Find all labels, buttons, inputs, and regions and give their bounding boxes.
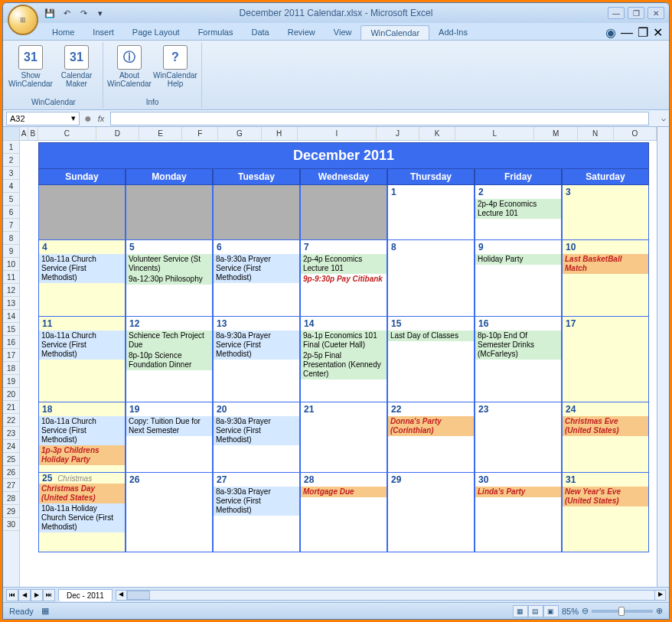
doc-close-icon[interactable]: ✕ (653, 25, 663, 40)
row-header[interactable]: 15 (3, 323, 19, 336)
calendar-cell[interactable] (213, 185, 300, 240)
calendar-cell[interactable]: 25 Christmas Christmas Day (United State… (38, 473, 126, 552)
row-header[interactable]: 13 (3, 297, 19, 310)
calendar-event[interactable]: 8a-9:30a Prayer Service (First Methodist… (214, 254, 299, 283)
calendar-event[interactable]: Copy: Tuition Due for Next Semester (126, 416, 212, 436)
row-header[interactable]: 6 (3, 206, 19, 219)
row-header[interactable]: 19 (3, 375, 19, 388)
column-header[interactable]: D (96, 127, 139, 140)
tab-view[interactable]: View (325, 25, 361, 40)
calendar-event[interactable]: 8a-9:30a Prayer Service (First Methodist… (214, 331, 299, 360)
calendar-event[interactable]: Donna's Party (Corinthian) (388, 416, 474, 436)
calendar-event[interactable]: 8p-10p End Of Semester Drinks (McFarleys… (475, 331, 561, 360)
row-header[interactable]: 23 (3, 427, 19, 440)
row-header[interactable]: 12 (3, 284, 19, 297)
tab-review[interactable]: Review (279, 25, 325, 40)
calendar-cell[interactable] (38, 185, 126, 240)
calendar-event[interactable]: 10a-11a Church Service (First Methodist) (39, 254, 125, 283)
fx-icon[interactable]: fx (98, 114, 105, 123)
normal-view-icon[interactable]: ▦ (513, 605, 528, 617)
calendar-event[interactable]: Holiday Party (475, 254, 561, 265)
calendar-event[interactable]: 9a-1p Economics 101 Final (Cueter Hall) (301, 331, 387, 350)
calendar-cell[interactable] (300, 185, 387, 240)
sheet-nav-next-icon[interactable]: ▶ (31, 589, 43, 601)
calendar-event[interactable]: 2p-5p Final Presentation (Kennedy Center… (301, 350, 387, 379)
column-header[interactable]: A (20, 127, 28, 140)
calendar-event[interactable]: Volunteer Service (St Vincents) (126, 254, 212, 274)
name-box-dropdown-icon[interactable]: ▾ (71, 113, 76, 123)
calendar-cell[interactable]: 28Mortgage Due (300, 473, 387, 552)
row-header[interactable]: 17 (3, 349, 19, 362)
calendar-event[interactable]: Christmas Eve (United States) (563, 416, 648, 436)
row-header[interactable]: 11 (3, 271, 19, 284)
calendar-cell[interactable] (126, 185, 213, 240)
horizontal-scrollbar[interactable]: ◀ ▶ (116, 590, 666, 601)
doc-restore-icon[interactable]: ❐ (638, 25, 648, 40)
calendar-cell[interactable]: 1810a-11a Church Service (First Methodis… (38, 402, 126, 473)
row-header[interactable]: 24 (3, 440, 19, 453)
tab-page-layout[interactable]: Page Layout (123, 25, 189, 40)
calendar-cell[interactable]: 10Last BasketBall Match (562, 240, 649, 317)
calendar-event[interactable]: Last BasketBall Match (563, 254, 648, 274)
column-header[interactable]: O (614, 127, 657, 140)
row-header[interactable]: 10 (3, 258, 19, 271)
tab-insert[interactable]: Insert (83, 25, 123, 40)
calendar-cell[interactable]: 72p-4p Economics Lecture 1019p-9:30p Pay… (300, 240, 387, 317)
undo-icon[interactable]: ↶ (60, 6, 73, 20)
row-header[interactable]: 20 (3, 388, 19, 401)
column-header[interactable]: L (455, 127, 534, 140)
calendar-event[interactable]: Linda's Party (475, 487, 561, 497)
calendar-event[interactable]: 8a-9:30a Prayer Service (First Methodist… (214, 487, 299, 516)
calendar-event[interactable]: Schience Tech Project Due (126, 331, 212, 350)
calendar-cell[interactable]: 29 (387, 473, 475, 552)
row-header[interactable]: 26 (3, 466, 19, 479)
maximize-button[interactable]: ❐ (628, 7, 644, 19)
calendar-cell[interactable]: 410a-11a Church Service (First Methodist… (38, 240, 126, 317)
calendar-cell[interactable]: 9Holiday Party (475, 240, 562, 317)
calendar-event[interactable]: 9p-9:30p Pay Citibank (301, 274, 387, 285)
row-header[interactable]: 14 (3, 310, 19, 323)
calendar-cell[interactable]: 278a-9:30a Prayer Service (First Methodi… (213, 473, 300, 552)
calendar-cell[interactable]: 22 Donna's Party (Corinthian) (387, 402, 475, 473)
column-header[interactable]: B (28, 127, 38, 140)
name-box[interactable]: A32 ▾ (6, 112, 80, 125)
tab-data[interactable]: Data (242, 25, 278, 40)
calendar-cell[interactable]: 5Volunteer Service (St Vincents)9a-12:30… (126, 240, 213, 317)
calendar-cell[interactable]: 8 (387, 240, 475, 317)
row-header[interactable]: 21 (3, 401, 19, 414)
calendar-cell[interactable]: 21 (300, 402, 387, 473)
row-header[interactable]: 18 (3, 362, 19, 375)
calendar-cell[interactable]: 22p-4p Economics Lecture 101 (475, 185, 562, 240)
sheet-tab[interactable]: Dec - 2011 (58, 589, 113, 601)
save-icon[interactable]: 💾 (43, 6, 57, 20)
calendar-cell[interactable]: 1 (387, 185, 475, 240)
calendar-cell[interactable]: 1110a-11a Church Service (First Methodis… (38, 317, 126, 402)
zoom-level[interactable]: 85% (562, 607, 579, 616)
help-icon[interactable]: ◉ (605, 25, 616, 40)
column-header[interactable]: E (139, 127, 182, 140)
calendar-cell[interactable]: 26 (126, 473, 213, 552)
row-header[interactable]: 7 (3, 219, 19, 232)
column-header[interactable]: C (38, 127, 96, 140)
calendar-cell[interactable]: 208a-9:30a Prayer Service (First Methodi… (213, 402, 300, 473)
sheet-nav-first-icon[interactable]: ⏮ (6, 589, 18, 601)
expand-formula-icon[interactable]: ⌵ (661, 114, 666, 122)
column-header[interactable]: F (182, 127, 218, 140)
ribbon-btn-wincalendar-help[interactable]: ?WinCalendar Help (154, 44, 197, 90)
zoom-in-icon[interactable]: ⊕ (656, 606, 663, 616)
row-header[interactable]: 8 (3, 232, 19, 245)
tab-add-ins[interactable]: Add-Ins (429, 25, 477, 40)
tab-formulas[interactable]: Formulas (189, 25, 243, 40)
calendar-cell[interactable]: 149a-1p Economics 101 Final (Cueter Hall… (300, 317, 387, 402)
grid-cells[interactable]: December 2011 SundayMondayTuesdayWednesd… (20, 141, 657, 587)
column-header[interactable]: M (534, 127, 577, 140)
page-layout-view-icon[interactable]: ▤ (528, 605, 543, 617)
column-header[interactable]: I (298, 127, 377, 140)
row-header[interactable]: 27 (3, 479, 19, 492)
redo-icon[interactable]: ↷ (77, 6, 90, 20)
sheet-nav-prev-icon[interactable]: ◀ (18, 589, 31, 601)
calendar-cell[interactable]: 168p-10p End Of Semester Drinks (McFarle… (475, 317, 562, 402)
calendar-event[interactable]: 10a-11a Holiday Church Service (First Me… (39, 503, 125, 532)
ribbon-btn-about-wincalendar[interactable]: ⓘAbout WinCalendar (108, 44, 151, 90)
scrollbar-thumb[interactable] (127, 591, 150, 600)
